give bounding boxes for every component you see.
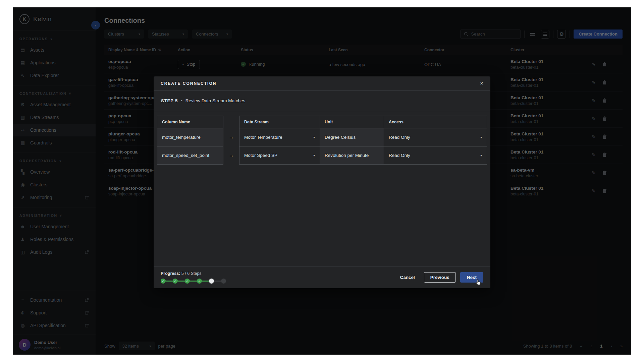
chevron-down-icon: ▾ xyxy=(313,135,315,139)
modal-header: CREATE CONNECTION × xyxy=(154,76,490,90)
mapping-arrows: →→ xyxy=(223,116,239,164)
progress-step-4-done: ✓ xyxy=(197,279,202,284)
progress-label: Progress: 5 / 6 Steps xyxy=(161,271,226,276)
mapping-column-name-cell: motor_temperature xyxy=(157,128,223,146)
modal-title: CREATE CONNECTION xyxy=(161,81,216,86)
progress-connector xyxy=(166,281,173,282)
progress-connector xyxy=(190,281,197,282)
mapping-column-name-cell: motor_speed_set_point xyxy=(157,146,223,164)
progress-block: Progress: 5 / 6 Steps ✓✓✓✓ xyxy=(161,271,226,284)
unit-cell: Degree Celsius xyxy=(320,128,384,146)
data-stream-dropdown[interactable]: Motor Temperature▾ xyxy=(239,128,320,146)
cancel-button[interactable]: Cancel xyxy=(395,275,419,280)
chevron-down-icon: ▾ xyxy=(313,154,315,157)
modal-footer: Progress: 5 / 6 Steps ✓✓✓✓ Cancel Previo… xyxy=(154,266,490,288)
progress-connector xyxy=(214,281,221,282)
progress-step-6-todo xyxy=(221,279,226,284)
step-indicator: STEP 5 • Review Data Stream Matches xyxy=(154,90,490,111)
step-bullet: • xyxy=(181,99,182,103)
data-stream-header: Data Stream xyxy=(239,116,320,128)
unit-header: Unit xyxy=(320,116,384,128)
hand-cursor-icon xyxy=(475,279,482,286)
progress-step-3-done: ✓ xyxy=(185,279,190,284)
unit-cell: Revolution per Minute xyxy=(320,146,384,164)
column-name-header: Column Name xyxy=(157,116,223,128)
modal-body: Column Name motor_temperaturemotor_speed… xyxy=(154,111,490,266)
progress-step-5-current xyxy=(209,279,214,284)
data-stream-table: Data Stream Unit Access Motor Temperatur… xyxy=(239,116,487,165)
access-dropdown[interactable]: Read Only▾ xyxy=(384,128,487,146)
progress-steps: ✓✓✓✓ xyxy=(161,279,226,284)
progress-step-1-done: ✓ xyxy=(161,279,166,284)
data-stream-dropdown[interactable]: Motor Speed SP▾ xyxy=(239,146,320,164)
access-header: Access xyxy=(384,116,487,128)
chevron-down-icon: ▾ xyxy=(480,135,482,139)
previous-button[interactable]: Previous xyxy=(424,272,456,283)
arrow-right-icon: → xyxy=(223,128,239,146)
step-name: Review Data Stream Matches xyxy=(185,98,246,103)
column-name-table: Column Name motor_temperaturemotor_speed… xyxy=(157,116,223,165)
create-connection-modal: CREATE CONNECTION × STEP 5 • Review Data… xyxy=(154,76,490,288)
progress-connector xyxy=(202,281,209,282)
close-icon[interactable]: × xyxy=(480,80,483,86)
step-label: STEP 5 xyxy=(161,98,178,103)
next-button[interactable]: Next xyxy=(460,272,483,283)
access-dropdown[interactable]: Read Only▾ xyxy=(384,146,487,164)
progress-connector xyxy=(178,281,185,282)
progress-step-2-done: ✓ xyxy=(173,279,178,284)
chevron-down-icon: ▾ xyxy=(480,154,482,157)
arrow-right-icon: → xyxy=(223,146,239,164)
